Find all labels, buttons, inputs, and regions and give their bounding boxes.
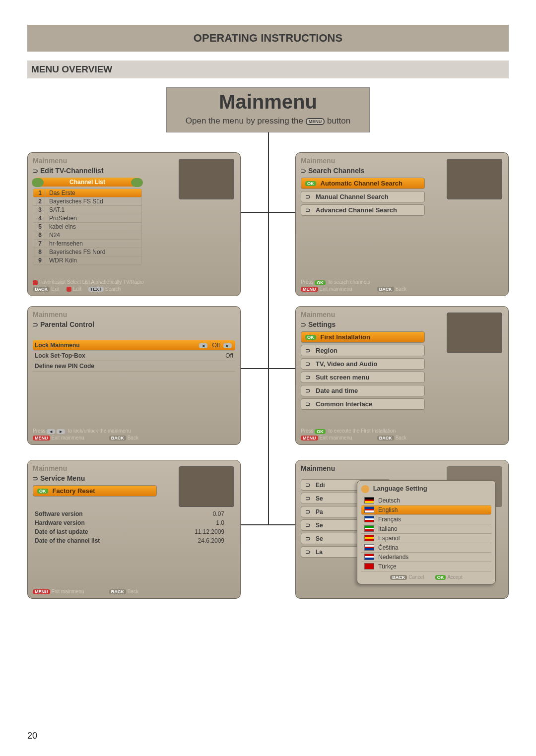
menu-item[interactable]: OKFirst Installation	[301, 331, 425, 343]
flag-icon	[364, 497, 374, 504]
language-item[interactable]: Türkçe	[361, 562, 491, 571]
mainmenu-subtext: Open the menu by pressing the MENU butto…	[167, 116, 369, 126]
language-item[interactable]: Nederlands	[361, 553, 491, 562]
video-preview	[179, 159, 234, 199]
arrow-icon: ⊃	[305, 360, 311, 368]
menu-button-icon: MENU	[306, 118, 325, 125]
info-row: Date of last update11.12.2009	[33, 527, 226, 536]
flag-icon	[364, 506, 374, 513]
video-preview	[447, 159, 502, 199]
language-item[interactable]: Français	[361, 515, 491, 524]
channel-row[interactable]: 7hr-fernsehen	[33, 240, 141, 248]
channel-row[interactable]: 2Bayerisches FS Süd	[33, 197, 141, 206]
ok-icon: OK	[305, 181, 316, 186]
language-item[interactable]: Italiano	[361, 524, 491, 534]
arrow-icon: ⊃	[305, 400, 311, 408]
menu-item[interactable]: ⊃Date and time	[301, 385, 425, 396]
language-item[interactable]: English	[361, 505, 491, 515]
footer-hints: Press ◄► to lock/unlock the mainmenu MEN…	[33, 427, 235, 441]
arrow-icon: ⊃	[305, 374, 311, 381]
channel-row[interactable]: 5kabel eins	[33, 223, 141, 231]
channel-row[interactable]: 1Das Erste	[33, 189, 141, 197]
channel-row[interactable]: 6N24	[33, 231, 141, 240]
card-title: ⊃Parental Control	[33, 320, 235, 328]
language-item[interactable]: Español	[361, 534, 491, 543]
info-row: Software version0.07	[33, 509, 226, 518]
card-parental-control: Mainmenu ⊃Parental Control Lock Mainmenu…	[27, 306, 241, 445]
channel-row[interactable]: 4ProSieben	[33, 214, 141, 223]
language-item[interactable]: Deutsch	[361, 496, 491, 505]
popup-title: Language Setting	[361, 485, 491, 493]
arrow-icon: ⊃	[33, 475, 38, 482]
globe-icon	[361, 485, 369, 493]
arrow-icon: ⊃	[305, 347, 311, 354]
connector-trunk	[268, 132, 269, 524]
ok-icon: OK	[305, 335, 316, 340]
setting-row[interactable]: Lock Set-Top-BoxOff	[33, 351, 235, 361]
flag-icon	[364, 525, 374, 532]
menu-item[interactable]: ⊃TV, Video and Audio	[301, 358, 425, 370]
menu-tree: Mainmenu ⊃Edit TV-Channellist Channel Li…	[27, 132, 509, 648]
flag-icon	[364, 554, 374, 560]
info-row: Hardware version1.0	[33, 518, 226, 527]
arrow-icon: ⊃	[301, 321, 306, 328]
mainmenu-title: Mainmenu	[167, 91, 369, 113]
channel-table: 1Das Erste2Bayerisches FS Süd3SAT.14ProS…	[33, 189, 142, 265]
menu-item[interactable]: OKAutomatic Channel Search	[301, 178, 425, 189]
video-preview	[447, 313, 502, 353]
channel-list-header[interactable]: Channel List	[33, 178, 142, 187]
footer-hints: Press OK to execute the First Installati…	[301, 427, 503, 441]
card-search-channels: Mainmenu ⊃Search Channels OKAutomatic Ch…	[295, 152, 509, 296]
menu-item[interactable]: ⊃Common Interface	[301, 398, 425, 410]
flag-icon	[364, 535, 374, 541]
card-settings: Mainmenu ⊃Settings OKFirst Installation⊃…	[295, 306, 509, 445]
section-header: MENU OVERVIEW	[27, 61, 509, 78]
ok-icon: OK	[37, 489, 48, 494]
breadcrumb: Mainmenu	[33, 311, 235, 318]
arrow-icon: ⊃	[305, 193, 311, 200]
card-language: Mainmenu ⊃Edi ⊃Se⊃Pa⊃Se⊃Se⊃La Language S…	[295, 460, 509, 599]
footer-hints: Press OK Press to search channelsto sear…	[301, 278, 503, 292]
flag-icon	[364, 563, 374, 569]
menu-item[interactable]: ⊃Advanced Channel Search	[301, 204, 425, 216]
video-preview	[179, 466, 234, 507]
menu-item[interactable]: ⊃Region	[301, 345, 425, 356]
channel-row[interactable]: 8Bayerisches FS Nord	[33, 248, 141, 256]
flag-icon	[364, 516, 374, 522]
channel-row[interactable]: 9WDR Köln	[33, 256, 141, 265]
setting-row[interactable]: Lock Mainmenu◄ Off ►	[33, 340, 235, 351]
footer-hints: Favoriteslist Select List Alphabetically…	[33, 278, 235, 292]
menu-item[interactable]: OKFactory Reset	[33, 485, 157, 497]
setting-row[interactable]: Define new PIN Code	[33, 361, 235, 372]
info-row: Date of the channel list24.6.2009	[33, 536, 226, 545]
card-service-menu: Mainmenu ⊃Service Menu OKFactory Reset S…	[27, 460, 241, 599]
menu-item[interactable]: ⊃Suit screen menu	[301, 372, 425, 383]
language-item[interactable]: Čeština	[361, 543, 491, 553]
card-edit-channellist: Mainmenu ⊃Edit TV-Channellist Channel Li…	[27, 152, 241, 296]
accept-label: Accept	[447, 574, 463, 580]
page-number: 20	[27, 731, 37, 741]
arrow-icon: ⊃	[305, 387, 311, 394]
channel-row[interactable]: 3SAT.1	[33, 206, 141, 214]
arrow-icon: ⊃	[33, 321, 38, 328]
arrow-icon: ⊃	[33, 167, 38, 175]
flag-icon	[364, 544, 374, 551]
language-popup: Language Setting DeutschEnglishFrançaisI…	[357, 480, 496, 584]
arrow-icon: ⊃	[301, 167, 306, 175]
footer-hints: MENUExit mainmenu BACKBack	[33, 588, 235, 594]
page-header: OPERATING INSTRUCTIONS	[27, 25, 509, 52]
cancel-label: Cancel	[408, 574, 424, 580]
arrow-icon: ⊃	[305, 206, 311, 214]
connector-branch	[241, 212, 295, 213]
menu-item[interactable]: ⊃Manual Channel Search	[301, 191, 425, 202]
connector-branch	[241, 368, 295, 369]
mainmenu-intro-box: Mainmenu Open the menu by pressing the M…	[166, 87, 370, 132]
connector-branch	[241, 524, 295, 525]
